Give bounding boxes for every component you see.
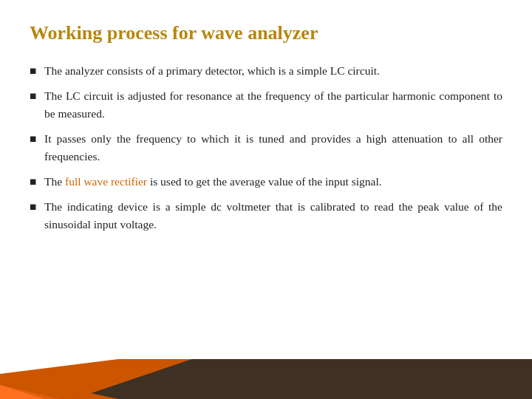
bullet-1-text: The analyzer consists of a primary detec… (44, 64, 380, 77)
bullet-1: ■ The analyzer consists of a primary det… (30, 62, 502, 80)
slide-title: Working process for wave analyzer (30, 22, 502, 44)
bullet-5: ■ The indicating device is a simple dc v… (30, 198, 502, 233)
content-area: ■ The analyzer consists of a primary det… (30, 62, 502, 233)
bullet-2: ■ The LC circuit is adjusted for resonan… (30, 87, 502, 123)
bullet-2-text: The LC circuit is adjusted for resonance… (44, 89, 502, 120)
bullet-marker-4: ■ (30, 173, 43, 191)
bullet-3-text: It passes only the frequency to which it… (44, 132, 502, 163)
bullet-5-text: The indicating device is a simple dc vol… (44, 200, 502, 231)
full-wave-rectifier-link[interactable]: full wave rectifier (65, 175, 147, 188)
bullet-text-3: It passes only the frequency to which it… (44, 130, 502, 166)
bullet-3: ■ It passes only the frequency to which … (30, 130, 502, 166)
bullet-text-2: The LC circuit is adjusted for resonance… (44, 87, 502, 123)
bullet-marker-5: ■ (30, 198, 43, 216)
slide: Working process for wave analyzer ■ The … (0, 0, 532, 399)
bullet-text-5: The indicating device is a simple dc vol… (44, 198, 502, 233)
bullet-4-prefix: The (44, 175, 65, 188)
bullet-marker-3: ■ (30, 130, 43, 148)
bullet-marker-2: ■ (30, 87, 43, 105)
bullet-4-suffix: is used to get the average value of the … (147, 175, 382, 188)
bullet-text-4: The full wave rectifier is used to get t… (44, 173, 502, 191)
bottom-decoration (0, 359, 532, 399)
bullet-4: ■ The full wave rectifier is used to get… (30, 173, 502, 191)
bullet-marker-1: ■ (30, 62, 43, 80)
bullet-text-1: The analyzer consists of a primary detec… (44, 62, 502, 80)
